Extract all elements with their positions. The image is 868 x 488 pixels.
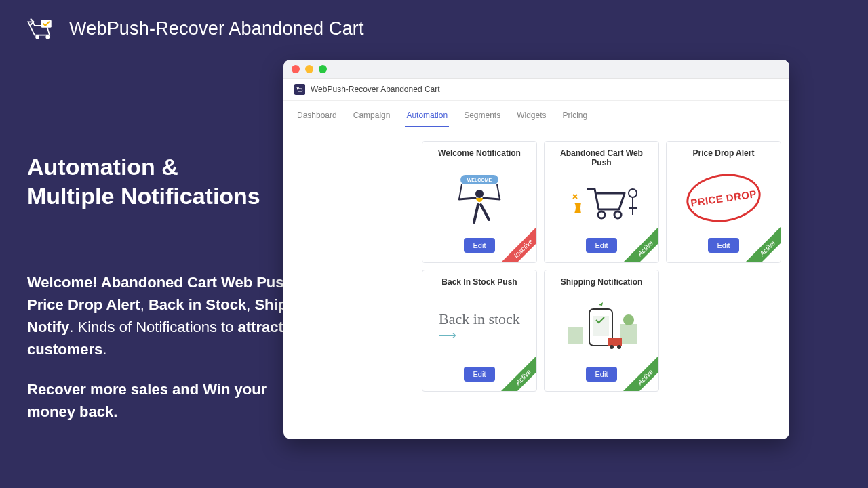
svg-point-10 [629, 189, 637, 197]
svg-line-5 [459, 184, 462, 199]
tab-segments[interactable]: Segments [462, 106, 502, 127]
card-welcome-notification: Welcome Notification WELCOME [422, 141, 537, 263]
welcome-illustration-icon: WELCOME [428, 162, 531, 234]
headline-line-2: Multiple Notifications [27, 183, 260, 209]
card-title: Abandoned Cart Web Push [550, 148, 653, 167]
svg-rect-18 [593, 316, 609, 336]
window-minimize-icon[interactable] [305, 65, 313, 73]
page-brand: WebPush-Recover Abandoned Cart [0, 0, 868, 41]
svg-point-0 [36, 35, 39, 38]
svg-point-9 [614, 211, 621, 218]
card-back-in-stock: Back In Stock Push Back in stock ⟶ Edit … [422, 270, 537, 392]
svg-point-16 [623, 314, 634, 325]
window-titlebar [283, 60, 789, 79]
edit-button[interactable]: Edit [586, 367, 618, 382]
tabs: Dashboard Campaign Automation Segments W… [283, 101, 789, 127]
price-drop-stamp-icon: PRICE DROP [672, 162, 775, 234]
app-window: WebPush-Recover Abandoned Cart Dashboard… [283, 60, 789, 439]
window-app-title: WebPush-Recover Abandoned Cart [311, 85, 440, 94]
headline-line-1: Automation & [27, 154, 178, 180]
cards-area: Welcome Notification WELCOME [283, 127, 789, 392]
brand-title: WebPush-Recover Abandoned Cart [69, 18, 364, 39]
svg-point-20 [610, 345, 614, 349]
price-drop-stamp-text: PRICE DROP [684, 169, 764, 227]
window-zoom-icon[interactable] [319, 65, 327, 73]
card-shipping-notification: Shipping Notification [544, 270, 659, 392]
svg-line-6 [497, 184, 500, 199]
edit-button[interactable]: Edit [708, 238, 740, 253]
arrow-icon: ⟶ [439, 329, 456, 342]
edit-button[interactable]: Edit [464, 367, 496, 382]
tab-pricing[interactable]: Pricing [561, 106, 589, 127]
tab-widgets[interactable]: Widgets [515, 106, 547, 127]
cards-grid: Welcome Notification WELCOME [422, 141, 781, 392]
svg-text:WELCOME: WELCOME [467, 178, 492, 182]
app-mini-icon [294, 84, 305, 95]
card-title: Back In Stock Push [441, 277, 517, 287]
card-title: Welcome Notification [438, 148, 521, 158]
svg-rect-19 [608, 338, 622, 346]
abandoned-cart-illustration-icon [550, 171, 653, 234]
svg-point-7 [475, 190, 484, 198]
edit-button[interactable]: Edit [464, 238, 496, 253]
body-text: Welcome! Abandoned Cart Web Push, Price … [27, 271, 319, 423]
back-in-stock-script-text: Back in stock [439, 310, 520, 327]
card-title: Price Drop Alert [693, 148, 755, 158]
cart-logo-icon [27, 16, 57, 41]
svg-point-21 [617, 345, 621, 349]
svg-rect-14 [568, 327, 583, 344]
card-abandoned-cart: Abandoned Cart Web Push [544, 141, 659, 263]
marketing-text: Automation & Multiple Notifications Welc… [27, 152, 319, 441]
svg-point-8 [598, 211, 605, 218]
tab-campaign[interactable]: Campaign [352, 106, 392, 127]
card-price-drop: Price Drop Alert PRICE DROP Edit Active [666, 141, 781, 263]
svg-point-1 [46, 35, 49, 38]
window-close-icon[interactable] [292, 65, 300, 73]
window-app-header: WebPush-Recover Abandoned Cart [283, 79, 789, 101]
headline: Automation & Multiple Notifications [27, 152, 319, 210]
edit-button[interactable]: Edit [586, 238, 618, 253]
svg-rect-15 [620, 324, 637, 344]
card-title: Shipping Notification [561, 277, 643, 287]
tab-dashboard[interactable]: Dashboard [296, 106, 338, 127]
tab-automation[interactable]: Automation [405, 106, 449, 127]
back-in-stock-script-icon: Back in stock ⟶ [428, 291, 531, 363]
shipping-illustration-icon [550, 291, 653, 363]
